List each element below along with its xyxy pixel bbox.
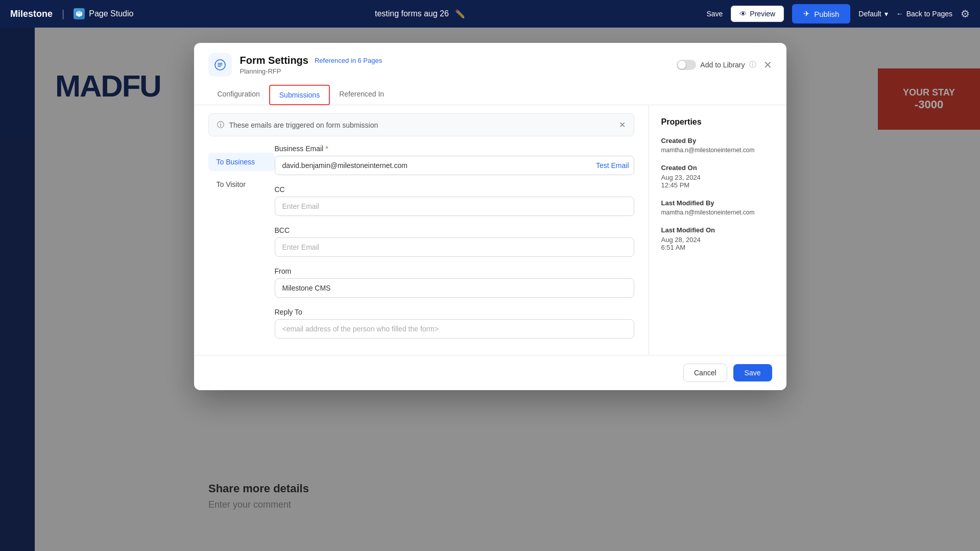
last-modified-by-value: mamtha.n@milestoneinternet.com — [661, 209, 774, 216]
logo: Milestone — [10, 9, 53, 19]
modal-tabs: Configuration Submissions Referenced In — [194, 85, 786, 105]
modal-title-text: Form Settings — [240, 55, 308, 66]
created-on-group: Created On Aug 23, 2024 12:45 PM — [661, 164, 774, 189]
form-split: To Business To Visitor Business Email * — [208, 145, 634, 349]
reply-to-label: Reply To — [275, 308, 634, 316]
chevron-down-icon: ▾ — [885, 10, 888, 18]
info-circle-icon: ⓘ — [217, 121, 224, 130]
preview-label: Preview — [750, 10, 775, 18]
arrow-left-icon: ← — [896, 10, 903, 18]
from-input[interactable] — [275, 278, 634, 298]
modal-title-block: Form Settings Referenced in 6 Pages Plan… — [240, 55, 383, 75]
tab-configuration[interactable]: Configuration — [208, 85, 269, 105]
form-settings-icon — [208, 53, 232, 77]
properties-title: Properties — [661, 117, 774, 127]
reply-to-input[interactable] — [275, 319, 634, 339]
last-modified-on-date: Aug 28, 2024 — [661, 236, 774, 244]
modal-save-button[interactable]: Save — [733, 364, 772, 381]
modal-header-left: Form Settings Referenced in 6 Pages Plan… — [208, 53, 383, 77]
dismiss-button[interactable]: ✕ — [619, 120, 626, 130]
business-email-field-wrapper: Test Email — [275, 156, 634, 175]
to-visitor-button[interactable]: To Visitor — [208, 175, 275, 194]
nav-center: testing forms aug 26 ✏️ — [375, 9, 465, 19]
bcc-label: BCC — [275, 226, 634, 234]
cancel-button[interactable]: Cancel — [683, 364, 727, 382]
back-to-pages-button[interactable]: ← Back to Pages — [896, 10, 952, 18]
created-on-label: Created On — [661, 164, 774, 172]
back-label: Back to Pages — [906, 10, 952, 18]
info-icon: ⓘ — [749, 60, 756, 69]
last-modified-on-group: Last Modified On Aug 28, 2024 6:51 AM — [661, 226, 774, 251]
from-label: From — [275, 267, 634, 275]
modal-footer: Cancel Save — [194, 355, 786, 390]
cc-input[interactable] — [275, 197, 634, 216]
tab-referenced-in[interactable]: Referenced In — [330, 85, 393, 105]
preview-button[interactable]: 👁 Preview — [731, 6, 784, 22]
modal-main: ⓘ These emails are triggered on form sub… — [194, 105, 649, 355]
info-banner-text: These emails are triggered on form submi… — [229, 121, 378, 129]
publish-button[interactable]: ✈ Publish — [792, 4, 850, 23]
created-by-group: Created By mamtha.n@milestoneinternet.co… — [661, 137, 774, 154]
last-modified-by-group: Last Modified By mamtha.n@milestoneinter… — [661, 199, 774, 216]
created-on-date: Aug 23, 2024 — [661, 174, 774, 181]
app-name: Page Studio — [74, 8, 133, 19]
business-email-row: Business Email * Test Email — [275, 145, 634, 175]
app-icon — [74, 8, 85, 19]
to-business-button[interactable]: To Business — [208, 153, 275, 171]
created-on-time: 12:45 PM — [661, 181, 774, 189]
publish-label: Publish — [814, 10, 839, 18]
business-email-input[interactable] — [275, 156, 634, 175]
default-dropdown[interactable]: Default ▾ — [858, 10, 888, 18]
from-row: From — [275, 267, 634, 298]
test-email-button[interactable]: Test Email — [596, 161, 629, 170]
modal-subtitle: Planning-RFP — [240, 67, 383, 75]
cc-label: CC — [275, 185, 634, 194]
top-navigation: Milestone | Page Studio testing forms au… — [0, 0, 980, 28]
bcc-row: BCC — [275, 226, 634, 257]
add-to-library: Add to Library ⓘ — [677, 60, 756, 70]
page-title: testing forms aug 26 — [375, 9, 449, 18]
modal-overlay: Form Settings Referenced in 6 Pages Plan… — [0, 28, 980, 551]
email-type-sidebar: To Business To Visitor — [208, 145, 275, 349]
modal-title: Form Settings Referenced in 6 Pages — [240, 55, 383, 66]
modal-header-right: Add to Library ⓘ ✕ — [677, 59, 772, 71]
edit-icon[interactable]: ✏️ — [455, 9, 465, 19]
properties-panel: Properties Created By mamtha.n@milestone… — [649, 105, 786, 355]
nav-right: Save 👁 Preview ✈ Publish Default ▾ ← Bac… — [706, 4, 970, 23]
reply-to-row: Reply To — [275, 308, 634, 339]
preview-icon: 👁 — [739, 10, 747, 18]
nav-left: Milestone | Page Studio — [10, 8, 133, 20]
nav-divider: | — [62, 8, 64, 20]
settings-icon[interactable]: ⚙ — [961, 8, 970, 20]
bcc-input[interactable] — [275, 237, 634, 257]
default-label: Default — [858, 10, 881, 18]
modal-close-button[interactable]: ✕ — [763, 59, 772, 71]
add-to-library-label: Add to Library — [700, 61, 745, 69]
last-modified-on-time: 6:51 AM — [661, 244, 774, 251]
required-star: * — [325, 145, 328, 153]
email-form-fields: Business Email * Test Email CC — [275, 145, 634, 349]
business-email-label: Business Email * — [275, 145, 634, 153]
add-to-library-toggle[interactable] — [677, 60, 696, 70]
created-by-label: Created By — [661, 137, 774, 145]
save-button[interactable]: Save — [706, 10, 723, 18]
info-banner-left: ⓘ These emails are triggered on form sub… — [217, 121, 378, 130]
publish-icon: ✈ — [803, 9, 810, 18]
info-banner: ⓘ These emails are triggered on form sub… — [208, 113, 634, 136]
tab-submissions[interactable]: Submissions — [269, 85, 330, 105]
created-by-value: mamtha.n@milestoneinternet.com — [661, 147, 774, 154]
form-settings-modal: Form Settings Referenced in 6 Pages Plan… — [194, 43, 786, 390]
cc-row: CC — [275, 185, 634, 216]
app-title-label: Page Studio — [89, 9, 133, 18]
referenced-badge: Referenced in 6 Pages — [315, 57, 382, 64]
modal-body: ⓘ These emails are triggered on form sub… — [194, 105, 786, 355]
last-modified-on-label: Last Modified On — [661, 226, 774, 234]
modal-header: Form Settings Referenced in 6 Pages Plan… — [194, 43, 786, 77]
last-modified-by-label: Last Modified By — [661, 199, 774, 207]
